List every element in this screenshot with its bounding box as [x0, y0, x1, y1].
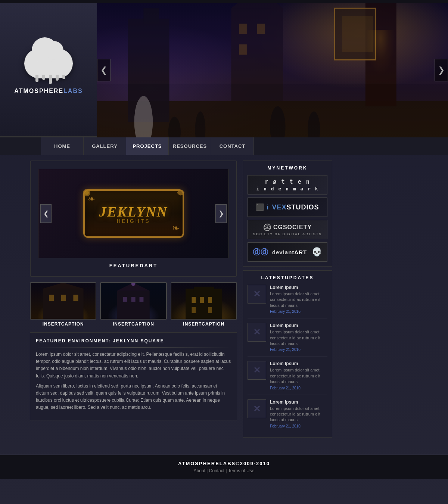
update-item-4: ✕ Lorem Ipsum Lorem ipsum dolor sit amet…	[248, 399, 327, 433]
update-date-3[interactable]: February 21, 2010.	[270, 386, 327, 390]
update-date-2[interactable]: February 21, 2010.	[270, 348, 327, 352]
svg-rect-37	[140, 297, 144, 302]
top-bar	[0, 0, 448, 3]
update-body-2: Lorem ipsum dolor sit amet, consectetur …	[270, 329, 327, 346]
svg-rect-5	[143, 8, 159, 24]
network-vex-logo[interactable]: ⬛ i VEXSTUDIOS	[248, 197, 327, 217]
update-title-2: Lorem Ipsum	[270, 323, 327, 328]
network-cgsociety-logo[interactable]: CGSOCIETY SOCIETY OF DIGITAL ARTISTS	[248, 220, 327, 239]
sidebar: MYNETWORK r ø t t e n i n d e n m a r k …	[243, 161, 332, 441]
svg-rect-28	[61, 295, 66, 301]
thumb-item-1[interactable]: INSERTCAPTION	[30, 282, 96, 327]
update-date-4[interactable]: February 21, 2010.	[270, 424, 327, 428]
drip	[49, 75, 52, 84]
svg-rect-27	[49, 295, 54, 301]
footer-copy: ©2009-2010	[236, 461, 270, 466]
footer-link-terms[interactable]: Terms of Use	[228, 468, 255, 473]
env-body-1: Lorem ipsum dolor sit amet, consectetur …	[36, 351, 231, 380]
deviant-skull-icon: 💀	[312, 247, 322, 257]
deviant-label: deviantART	[272, 249, 307, 255]
thumb-caption-1: INSERTCAPTION	[43, 321, 84, 327]
env-box: FEATURED ENVIRONMENT: JEKLYNN SQUARE Lor…	[30, 332, 237, 420]
update-thumb-3[interactable]: ✕	[248, 361, 266, 380]
deviant-icon: ⓓⓓ	[253, 247, 268, 257]
jeklynn-title: JEKLYNN	[99, 203, 168, 220]
jeklynn-frame: JEKLYNN HEIGHTS	[83, 189, 184, 238]
update-info-4: Lorem Ipsum Lorem ipsum dolor sit amet, …	[270, 399, 327, 428]
footer-brand: ATMOSPHERELABS©2009-2010	[6, 461, 442, 466]
nav-item-contact[interactable]: CONTACT	[211, 137, 254, 155]
update-body-3: Lorem ipsum dolor sit amet, consectetur …	[270, 367, 327, 385]
svg-point-49	[266, 227, 268, 228]
svg-marker-6	[231, 3, 283, 8]
svg-rect-32	[117, 291, 150, 319]
featured-slider: ❮ JEKLYNN HEIGHTS	[30, 161, 237, 277]
thumb-item-2[interactable]: INSERTCAPTION	[100, 282, 167, 327]
thumb-caption-3: INSERTCAPTION	[183, 321, 224, 327]
update-title-1: Lorem Ipsum	[270, 285, 327, 290]
nav-item-gallery[interactable]: GALLERY	[84, 137, 126, 155]
vex-prefix-icon: ⬛ i	[256, 203, 269, 211]
svg-rect-42	[192, 297, 196, 303]
nav-item-home[interactable]: HOME	[41, 137, 84, 155]
svg-rect-10	[239, 44, 247, 55]
footer-link-about[interactable]: About	[194, 468, 205, 473]
rotten-line1: r ø t t e n	[265, 178, 310, 185]
network-logos: r ø t t e n i n d e n m a r k ⬛ i VEXSTU…	[248, 175, 327, 262]
jeklynn-subtitle: HEIGHTS	[116, 218, 150, 224]
nav-spacer	[0, 137, 41, 155]
update-info-1: Lorem Ipsum Lorem ipsum dolor sit amet, …	[270, 285, 327, 314]
nav-item-resources[interactable]: RESOURCES	[169, 137, 211, 155]
hero-prev-button[interactable]: ❮	[97, 59, 111, 81]
brand-accent: LABS	[63, 88, 83, 94]
drip	[42, 75, 45, 80]
updates-section: LATESTUPDATES ✕ Lorem Ipsum Lorem ipsum …	[243, 270, 332, 438]
main-area: ❮ JEKLYNN HEIGHTS	[0, 155, 448, 447]
slider-image: ❮ JEKLYNN HEIGHTS	[38, 169, 229, 258]
thumbnails-row: INSERTCAPTION	[30, 282, 237, 327]
footer-link-contact[interactable]: Contact	[209, 468, 224, 473]
update-thumb-4[interactable]: ✕	[248, 399, 266, 418]
drip	[56, 75, 59, 81]
update-item-2: ✕ Lorem Ipsum Lorem ipsum dolor sit amet…	[248, 323, 327, 357]
env-title: FEATURED ENVIRONMENT: JEKLYNN SQUARE	[36, 338, 231, 343]
footer-links: About | Contact | Terms of Use	[6, 468, 442, 473]
update-thumb-icon-3: ✕	[253, 365, 261, 376]
update-body-4: Lorem ipsum dolor sit amet, consectetur …	[270, 406, 327, 423]
thumb-item-3[interactable]: INSERTCAPTION	[171, 282, 237, 327]
hero-scene	[97, 3, 448, 137]
thumb-image-2[interactable]	[100, 282, 167, 320]
updates-title: LATESTUPDATES	[248, 275, 327, 280]
svg-rect-8	[239, 24, 247, 34]
hero-image: ❮ ❯	[97, 3, 448, 137]
update-info-2: Lorem Ipsum Lorem ipsum dolor sit amet, …	[270, 323, 327, 352]
vex-label: VEXSTUDIOS	[272, 203, 319, 211]
network-deviantart-logo[interactable]: ⓓⓓ deviantART 💀	[248, 242, 327, 262]
update-thumb-2[interactable]: ✕	[248, 323, 266, 342]
featured-label: FEATUREDART	[38, 263, 229, 268]
drips	[35, 75, 65, 84]
separator	[36, 347, 231, 348]
thumb-image-1[interactable]	[30, 282, 96, 320]
update-date-1[interactable]: February 21, 2010.	[270, 309, 327, 314]
footer-brand-prefix: ATMOSPHERE	[178, 461, 220, 466]
nav-item-projects[interactable]: PROJECTS	[126, 137, 169, 155]
svg-rect-45	[192, 307, 196, 313]
brand-main: ATMOSPHERE	[14, 88, 63, 94]
slider-prev-button[interactable]: ❮	[40, 204, 52, 223]
svg-rect-7	[231, 8, 283, 101]
jeklynn-emblem: JEKLYNN HEIGHTS	[81, 187, 186, 240]
footer: ATMOSPHERELABS©2009-2010 About | Contact…	[0, 454, 448, 479]
network-rotten-logo[interactable]: r ø t t e n i n d e n m a r k	[248, 175, 327, 195]
svg-rect-36	[131, 297, 136, 302]
thumb-image-3[interactable]	[171, 282, 237, 320]
hero-next-button[interactable]: ❯	[435, 59, 448, 81]
env-label-accent: JEKLYNN SQUARE	[113, 338, 164, 343]
svg-rect-9	[257, 24, 265, 34]
cloud-shape	[24, 49, 73, 78]
update-thumb-icon-2: ✕	[253, 327, 261, 337]
update-title-3: Lorem Ipsum	[270, 361, 327, 366]
slider-next-button[interactable]: ❯	[215, 204, 227, 223]
svg-rect-20	[342, 16, 373, 52]
update-thumb-1[interactable]: ✕	[248, 285, 266, 304]
